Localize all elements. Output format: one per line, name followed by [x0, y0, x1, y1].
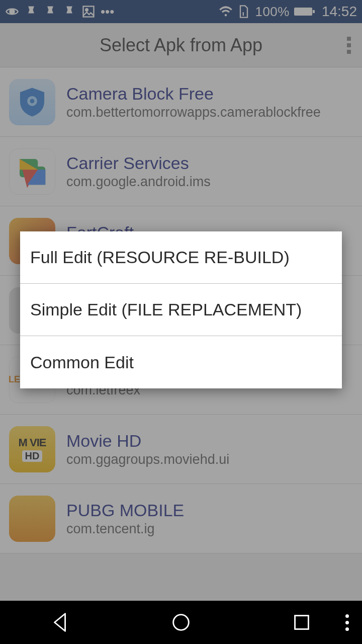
edit-mode-dialog: Full Edit (RESOURCE RE-BUILD) Simple Edi… [20, 231, 342, 388]
dialog-option-simple-edit[interactable]: Simple Edit (FILE REPLACEMENT) [20, 284, 342, 336]
svg-point-8 [173, 615, 189, 630]
home-icon[interactable] [169, 611, 193, 634]
nav-more-icon[interactable] [345, 614, 349, 631]
navigation-bar [0, 601, 362, 644]
dialog-option-common-edit[interactable]: Common Edit [20, 336, 342, 388]
back-icon[interactable] [49, 611, 72, 634]
recents-icon[interactable] [290, 611, 313, 634]
dialog-option-full-edit[interactable]: Full Edit (RESOURCE RE-BUILD) [20, 231, 342, 284]
svg-rect-9 [295, 616, 309, 629]
